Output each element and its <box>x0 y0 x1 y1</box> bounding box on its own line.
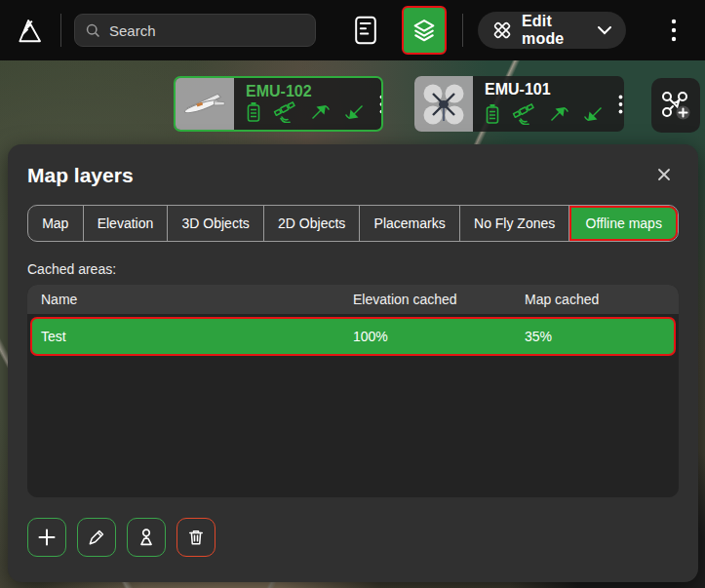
app-logo-mountain-icon <box>16 16 45 45</box>
placemark-base-icon <box>136 527 157 548</box>
drone-card-menu-button[interactable] <box>371 78 383 130</box>
drone-plus-icon <box>659 89 692 122</box>
notes-button[interactable] <box>351 13 380 48</box>
row-name: Test <box>32 329 353 344</box>
drone-card-menu-button[interactable] <box>609 76 624 132</box>
drone-card-emu-101[interactable]: EMU-101 <box>414 76 624 132</box>
edit-area-button[interactable] <box>77 518 116 557</box>
drone-status-row <box>246 101 367 126</box>
drone-cards-row: EMU-102 <box>0 76 705 132</box>
table-row-test[interactable]: Test 100% 35% <box>30 317 676 356</box>
row-map-cached: 35% <box>525 329 674 344</box>
drone-name: EMU-102 <box>246 83 367 100</box>
downlink-signal-icon <box>582 103 606 125</box>
area-actions <box>27 518 215 557</box>
document-list-icon <box>354 16 377 45</box>
add-placemark-button[interactable] <box>127 518 166 557</box>
edit-mode-dropdown[interactable]: Edit mode <box>478 12 626 49</box>
row-elevation-cached: 100% <box>353 329 525 344</box>
add-drone-button[interactable] <box>651 78 700 133</box>
tab-offline-maps[interactable]: Offline maps <box>569 206 678 241</box>
map-layers-panel: Map layers Map Elevation 3D Objects 2D O… <box>8 144 698 582</box>
cached-areas-label: Cached areas: <box>27 261 116 277</box>
search-input[interactable] <box>109 22 305 39</box>
column-header-elevation-cached: Elevation cached <box>353 292 525 307</box>
divider <box>60 14 61 47</box>
plus-icon <box>37 528 57 547</box>
column-header-name: Name <box>27 292 353 307</box>
fixed-wing-drone-thumbnail <box>176 78 234 130</box>
add-area-button[interactable] <box>27 518 66 557</box>
layer-tabs: Map Elevation 3D Objects 2D Objects Plac… <box>27 205 679 242</box>
search-icon <box>85 22 101 39</box>
kebab-icon <box>671 19 677 42</box>
drone-card-emu-102[interactable]: EMU-102 <box>174 76 383 132</box>
tab-2d-objects[interactable]: 2D Objects <box>264 206 361 241</box>
satellite-icon <box>512 103 535 125</box>
divider <box>462 14 463 47</box>
overflow-menu-button[interactable] <box>664 18 684 43</box>
drone-card-body: EMU-101 <box>473 76 609 132</box>
tab-placemarks[interactable]: Placemarks <box>360 206 459 241</box>
chevron-down-icon <box>597 25 612 35</box>
delete-area-button[interactable] <box>176 518 215 557</box>
top-bar: Edit mode <box>0 0 705 60</box>
battery-icon <box>485 103 500 125</box>
drone-card-body: EMU-102 <box>234 78 371 130</box>
pencil-icon <box>87 528 106 547</box>
downlink-signal-icon <box>343 101 367 123</box>
tab-no-fly-zones[interactable]: No Fly Zones <box>460 206 570 241</box>
panel-title: Map layers <box>27 164 134 187</box>
uplink-signal-icon <box>308 101 332 123</box>
drone-status-row <box>485 103 606 128</box>
satellite-icon <box>273 101 296 123</box>
drone-name: EMU-101 <box>485 81 606 98</box>
column-header-map-cached: Map cached <box>525 292 679 307</box>
layers-icon <box>411 17 438 44</box>
edit-mode-label: Edit mode <box>522 13 588 48</box>
trash-icon <box>186 528 206 547</box>
close-icon <box>657 168 671 181</box>
cached-areas-table: Name Elevation cached Map cached Test 10… <box>27 285 679 497</box>
tab-3d-objects[interactable]: 3D Objects <box>168 206 264 241</box>
edit-mode-icon <box>491 20 513 41</box>
uplink-signal-icon <box>547 103 570 125</box>
search-box[interactable] <box>74 14 316 47</box>
app-window: Edit mode <box>0 0 705 588</box>
table-header: Name Elevation cached Map cached <box>27 285 679 314</box>
quadcopter-drone-thumbnail <box>414 76 473 132</box>
tab-map[interactable]: Map <box>28 206 84 241</box>
tab-elevation[interactable]: Elevation <box>84 206 169 241</box>
battery-icon <box>246 101 261 123</box>
map-layers-button[interactable] <box>402 6 447 55</box>
close-button[interactable] <box>655 166 673 183</box>
